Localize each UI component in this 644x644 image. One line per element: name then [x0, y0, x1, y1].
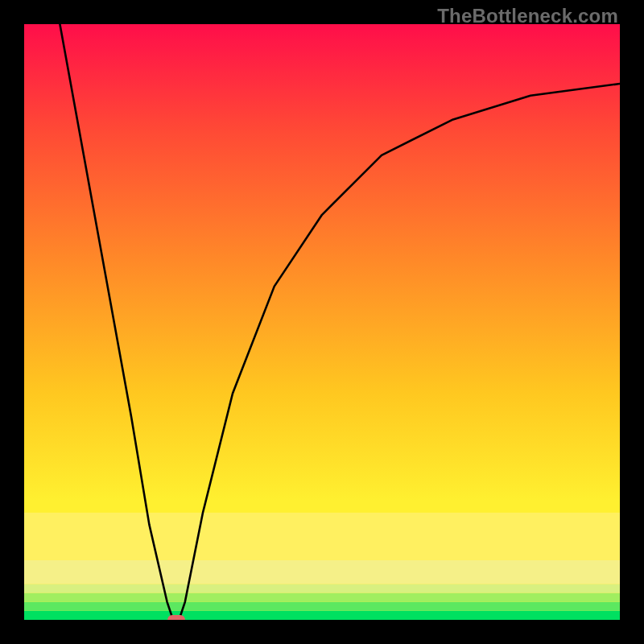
optimal-point-marker	[167, 615, 185, 620]
bottleneck-curve	[24, 24, 620, 620]
plot-area	[24, 24, 620, 620]
chart-frame: TheBottleneck.com	[0, 0, 644, 644]
